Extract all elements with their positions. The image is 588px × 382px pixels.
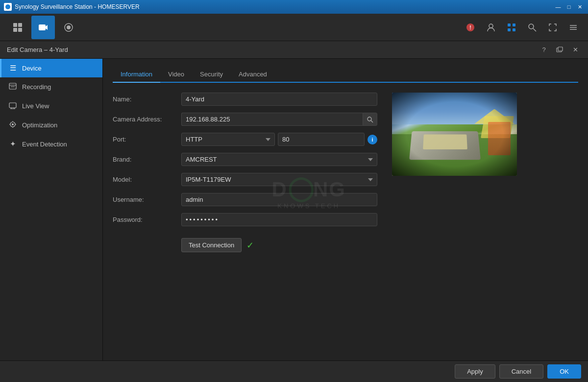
brand-label: Brand: — [113, 156, 181, 163]
device-icon: ☰ — [8, 64, 17, 72]
toolbar-grid-btn[interactable] — [503, 19, 520, 36]
optimization-icon — [8, 120, 17, 130]
brand-select[interactable]: AMCREST Axis Hikvision Dahua — [181, 153, 377, 166]
svg-point-31 — [12, 123, 14, 125]
top-toolbar: ! — [0, 14, 588, 41]
form-fields: Name: Camera Address: — [113, 93, 377, 259]
svg-rect-3 — [13, 28, 17, 32]
port-field: HTTP HTTPS i — [181, 133, 377, 146]
svg-rect-1 — [13, 23, 17, 27]
apply-button[interactable]: Apply — [455, 364, 495, 379]
toolbar-right: ! — [462, 19, 582, 36]
name-label: Name: — [113, 96, 181, 103]
sidebar-item-liveview[interactable]: Live View — [0, 96, 102, 116]
svg-rect-2 — [18, 23, 22, 27]
toolbar-fullscreen-btn[interactable] — [544, 19, 562, 36]
svg-rect-13 — [513, 24, 515, 26]
sidebar-item-recording-label: Recording — [22, 83, 51, 91]
svg-line-17 — [533, 28, 536, 31]
sidebar-item-recording[interactable]: Recording — [0, 77, 102, 96]
subheader: Edit Camera – 4-Yard ? ✕ — [0, 41, 588, 59]
sidebar-item-device[interactable]: ☰ Device — [0, 59, 102, 77]
app-title: Synology Surveillance Station - HOMESERV… — [15, 3, 554, 10]
window-controls: — □ ✕ — [554, 2, 584, 11]
svg-point-0 — [5, 4, 10, 9]
ok-button[interactable]: OK — [547, 364, 581, 379]
title-bar: Synology Surveillance Station - HOMESERV… — [0, 0, 588, 14]
model-select[interactable]: IP5M-T1179EW Other — [181, 173, 377, 186]
toolbar-notifications-btn[interactable]: ! — [462, 19, 479, 36]
brand-row: Brand: AMCREST Axis Hikvision Dahua — [113, 153, 377, 166]
liveview-icon — [8, 101, 17, 111]
svg-rect-12 — [508, 24, 511, 26]
port-label: Port: — [113, 136, 181, 143]
sidebar-item-event-detection[interactable]: ✦ Event Detection — [0, 135, 102, 153]
svg-text:!: ! — [469, 25, 471, 30]
username-input[interactable] — [181, 193, 377, 206]
close-dialog-button[interactable]: ✕ — [569, 44, 581, 56]
toolbar-user-btn[interactable] — [482, 19, 500, 36]
test-connection-group: Test Connection ✓ — [181, 238, 254, 252]
svg-rect-23 — [9, 83, 16, 89]
main-layout: ☰ Device Recording Li — [0, 59, 588, 382]
event-detection-icon: ✦ — [8, 140, 17, 148]
username-row: Username: — [113, 193, 377, 206]
toolbar-recording-btn[interactable] — [57, 16, 80, 39]
username-label: Username: — [113, 196, 181, 203]
test-connection-button[interactable]: Test Connection — [181, 238, 242, 252]
sidebar-item-optimization[interactable]: Optimization — [0, 116, 102, 135]
port-protocol-select[interactable]: HTTP HTTPS — [181, 133, 275, 146]
toolbar-camera-btn[interactable] — [31, 16, 55, 39]
bottom-bar: Apply Cancel OK — [0, 360, 588, 382]
tab-advanced[interactable]: Advanced — [231, 67, 275, 83]
port-info-icon[interactable]: i — [368, 135, 377, 144]
svg-point-16 — [529, 24, 534, 29]
name-input[interactable] — [181, 93, 377, 106]
svg-point-8 — [67, 25, 71, 29]
form-grid: Name: Camera Address: — [113, 93, 578, 259]
sidebar: ☰ Device Recording Li — [0, 59, 103, 382]
model-label: Model: — [113, 176, 181, 183]
password-label: Password: — [113, 216, 181, 223]
tab-information[interactable]: Information — [113, 67, 160, 83]
svg-rect-14 — [508, 28, 511, 31]
svg-rect-22 — [558, 47, 563, 51]
camera-address-input[interactable] — [181, 113, 363, 126]
port-number-input[interactable] — [278, 133, 365, 146]
sidebar-item-optimization-label: Optimization — [22, 121, 57, 129]
tab-security[interactable]: Security — [192, 67, 231, 83]
connection-success-icon: ✓ — [246, 240, 254, 251]
camera-address-row: Camera Address: — [113, 113, 377, 126]
tab-video[interactable]: Video — [160, 67, 192, 83]
minimize-button[interactable]: — — [554, 2, 563, 11]
svg-rect-26 — [9, 103, 16, 108]
toolbar-dashboard-btn[interactable] — [6, 16, 29, 39]
toolbar-menu-btn[interactable] — [564, 19, 582, 36]
help-button[interactable]: ? — [538, 44, 550, 56]
svg-rect-5 — [39, 24, 46, 30]
sidebar-item-event-detection-label: Event Detection — [22, 141, 67, 148]
sidebar-item-device-label: Device — [22, 65, 42, 72]
svg-rect-4 — [18, 28, 22, 32]
app-icon — [4, 3, 12, 11]
toolbar-search-btn[interactable] — [523, 19, 541, 36]
camera-preview-image — [392, 93, 517, 176]
password-row: Password: — [113, 213, 377, 226]
port-row: Port: HTTP HTTPS i — [113, 133, 377, 146]
maximize-button[interactable]: □ — [564, 2, 573, 11]
svg-point-36 — [368, 117, 371, 121]
cancel-button[interactable]: Cancel — [499, 364, 543, 379]
svg-line-37 — [371, 120, 373, 122]
address-search-button[interactable] — [363, 113, 377, 126]
close-button[interactable]: ✕ — [575, 2, 584, 11]
model-row: Model: IP5M-T1179EW Other — [113, 173, 377, 186]
password-input[interactable] — [181, 213, 377, 226]
subheader-actions: ? ✕ — [538, 44, 581, 56]
recording-icon — [8, 82, 17, 92]
camera-address-label: Camera Address: — [113, 116, 181, 123]
restore-button[interactable] — [554, 44, 565, 56]
svg-rect-15 — [513, 28, 515, 31]
camera-preview-panel — [392, 93, 517, 259]
sidebar-item-liveview-label: Live View — [22, 102, 49, 110]
camera-address-field — [181, 113, 377, 126]
